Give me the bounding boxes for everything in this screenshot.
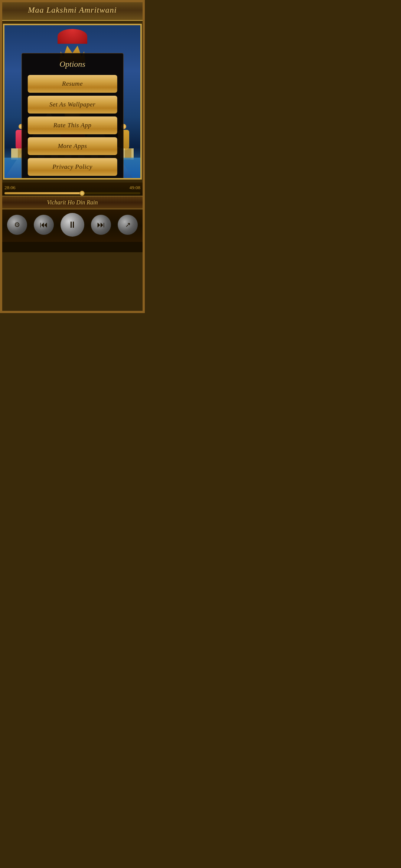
total-time: 49:08	[129, 185, 140, 191]
controls-bar: ⚙ ⏮ ⏸ ⏭ ↗	[0, 209, 145, 242]
song-title: Vicharit Ho Din Rain	[47, 199, 98, 206]
progress-fill	[4, 192, 82, 194]
title-bar: Maa Lakshmi Amritwani	[0, 0, 145, 21]
share-button[interactable]: ↗	[118, 215, 138, 235]
options-modal: Options Resume Set As Wallpaper Rate Thi…	[22, 53, 124, 180]
exit-button[interactable]: Exit	[28, 179, 117, 180]
deity-image-section: Options Resume Set As Wallpaper Rate Thi…	[3, 24, 142, 180]
nav-bar	[0, 242, 145, 252]
forward-button[interactable]: ⏭	[91, 215, 111, 235]
privacy-policy-button[interactable]: Privacy Policy	[28, 158, 117, 176]
app-wrapper: Maa Lakshmi Amritwani	[0, 0, 145, 313]
rate-app-button[interactable]: Rate This App	[28, 116, 117, 134]
rewind-button[interactable]: ⏮	[34, 215, 54, 235]
song-title-bar: Vicharit Ho Din Rain	[0, 196, 145, 209]
settings-button[interactable]: ⚙	[7, 215, 27, 235]
progress-thumb[interactable]	[79, 191, 85, 196]
time-bar-area: 28:06 49:08	[0, 183, 145, 196]
set-wallpaper-button[interactable]: Set As Wallpaper	[28, 96, 117, 114]
time-row: 28:06 49:08	[4, 185, 140, 191]
pause-button[interactable]: ⏸	[61, 213, 84, 237]
temple-umbrella	[58, 29, 87, 44]
progress-bar[interactable]	[4, 192, 140, 194]
resume-button[interactable]: Resume	[28, 75, 117, 93]
app-title: Maa Lakshmi Amritwani	[4, 5, 141, 15]
current-time: 28:06	[4, 185, 16, 191]
options-title: Options	[28, 59, 117, 69]
more-apps-button[interactable]: More Apps	[28, 137, 117, 155]
